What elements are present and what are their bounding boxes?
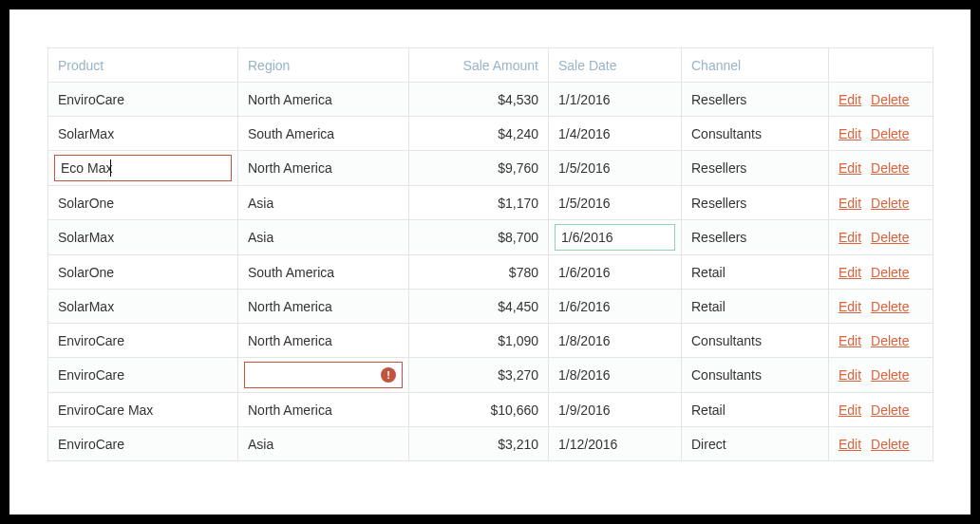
cell-channel[interactable]: Consultants (682, 117, 829, 151)
text-caret (110, 159, 111, 177)
app-frame: Product Region Sale Amount Sale Date Cha… (0, 0, 980, 524)
cell-date-valid[interactable]: 1/6/2016 (549, 220, 682, 255)
cell-channel[interactable]: Resellers (682, 83, 829, 117)
edit-link[interactable]: Edit (839, 299, 861, 314)
cell-product[interactable]: EnviroCare (48, 324, 238, 358)
cell-region-error[interactable]: ! (238, 358, 409, 393)
cell-product[interactable]: EnviroCare (48, 83, 238, 117)
column-header-row: Product Region Sale Amount Sale Date Cha… (48, 48, 933, 83)
cell-actions: Edit Delete (829, 186, 933, 220)
delete-link[interactable]: Delete (871, 126, 909, 141)
cell-product[interactable]: SolarMax (48, 290, 238, 324)
cell-channel[interactable]: Direct (682, 427, 829, 461)
cell-region[interactable]: North America (238, 393, 409, 427)
delete-link[interactable]: Delete (871, 299, 909, 314)
edit-link[interactable]: Edit (839, 92, 861, 107)
cell-region[interactable]: Asia (238, 220, 409, 255)
table-row: SolarMax South America $4,240 1/4/2016 C… (48, 117, 933, 151)
delete-link[interactable]: Delete (871, 402, 909, 418)
cell-channel[interactable]: Resellers (682, 220, 829, 255)
delete-link[interactable]: Delete (871, 437, 909, 452)
cell-region[interactable]: Asia (238, 186, 409, 220)
cell-region[interactable]: North America (238, 83, 409, 117)
cell-amount[interactable]: $1,170 (409, 186, 549, 220)
cell-amount[interactable]: $4,530 (409, 83, 549, 117)
cell-channel[interactable]: Retail (682, 255, 829, 290)
cell-product[interactable]: SolarOne (48, 186, 238, 220)
cell-amount[interactable]: $3,210 (409, 427, 549, 461)
cell-product[interactable]: EnviroCare (48, 427, 238, 461)
column-header-channel[interactable]: Channel (682, 48, 829, 83)
column-header-product[interactable]: Product (48, 48, 238, 83)
cell-amount[interactable]: $1,090 (409, 324, 549, 358)
error-icon: ! (381, 367, 396, 383)
cell-amount[interactable]: $4,240 (409, 117, 549, 151)
cell-region[interactable]: South America (238, 117, 409, 151)
delete-link[interactable]: Delete (871, 333, 909, 348)
cell-channel[interactable]: Consultants (682, 324, 829, 358)
column-header-region[interactable]: Region (238, 48, 409, 83)
region-error-input[interactable]: ! (244, 362, 403, 388)
cell-date[interactable]: 1/8/2016 (549, 358, 682, 393)
cell-region[interactable]: North America (238, 290, 409, 324)
date-value: 1/6/2016 (561, 230, 613, 245)
cell-date[interactable]: 1/12/2016 (549, 427, 682, 461)
cell-actions: Edit Delete (829, 83, 933, 117)
cell-date[interactable]: 1/1/2016 (549, 83, 682, 117)
cell-channel[interactable]: Retail (682, 393, 829, 427)
edit-link[interactable]: Edit (839, 196, 861, 211)
cell-amount[interactable]: $9,760 (409, 151, 549, 186)
cell-amount[interactable]: $780 (409, 255, 549, 290)
table-row: SolarMax North America $4,450 1/6/2016 R… (48, 290, 933, 324)
table-row: EnviroCare Asia $3,210 1/12/2016 Direct … (48, 427, 933, 461)
delete-link[interactable]: Delete (871, 92, 909, 107)
cell-date[interactable]: 1/5/2016 (549, 186, 682, 220)
cell-amount[interactable]: $8,700 (409, 220, 549, 255)
column-header-amount[interactable]: Sale Amount (409, 48, 549, 83)
product-edit-input[interactable]: Eco Max (54, 155, 232, 181)
cell-actions: Edit Delete (829, 255, 933, 290)
cell-product[interactable]: EnviroCare Max (48, 393, 238, 427)
table-row: EnviroCare ! $3,270 1/8/2016 Consultants… (48, 358, 933, 393)
delete-link[interactable]: Delete (871, 265, 909, 280)
delete-link[interactable]: Delete (871, 196, 909, 211)
cell-amount[interactable]: $4,450 (409, 290, 549, 324)
cell-channel[interactable]: Consultants (682, 358, 829, 393)
cell-product-editing[interactable]: Eco Max (48, 151, 238, 186)
cell-product[interactable]: SolarMax (48, 117, 238, 151)
cell-channel[interactable]: Resellers (682, 151, 829, 186)
cell-amount[interactable]: $3,270 (409, 358, 549, 393)
delete-link[interactable]: Delete (871, 230, 909, 245)
edit-link[interactable]: Edit (839, 230, 861, 245)
cell-date[interactable]: 1/4/2016 (549, 117, 682, 151)
edit-link[interactable]: Edit (839, 160, 861, 176)
edit-link[interactable]: Edit (839, 126, 861, 141)
cell-product[interactable]: SolarMax (48, 220, 238, 255)
edit-link[interactable]: Edit (839, 265, 861, 280)
cell-region[interactable]: North America (238, 151, 409, 186)
column-header-actions (829, 48, 933, 83)
cell-region[interactable]: South America (238, 255, 409, 290)
delete-link[interactable]: Delete (871, 160, 909, 176)
cell-actions: Edit Delete (829, 358, 933, 393)
cell-date[interactable]: 1/6/2016 (549, 290, 682, 324)
cell-product[interactable]: EnviroCare (48, 358, 238, 393)
edit-link[interactable]: Edit (839, 333, 861, 348)
date-valid-indicator[interactable]: 1/6/2016 (555, 224, 675, 251)
cell-actions: Edit Delete (829, 290, 933, 324)
cell-amount[interactable]: $10,660 (409, 393, 549, 427)
cell-date[interactable]: 1/8/2016 (549, 324, 682, 358)
cell-product[interactable]: SolarOne (48, 255, 238, 290)
cell-date[interactable]: 1/5/2016 (549, 151, 682, 186)
cell-date[interactable]: 1/9/2016 (549, 393, 682, 427)
cell-channel[interactable]: Retail (682, 290, 829, 324)
edit-link[interactable]: Edit (839, 402, 861, 418)
column-header-date[interactable]: Sale Date (549, 48, 682, 83)
cell-region[interactable]: North America (238, 324, 409, 358)
cell-region[interactable]: Asia (238, 427, 409, 461)
edit-link[interactable]: Edit (839, 437, 861, 452)
cell-channel[interactable]: Resellers (682, 186, 829, 220)
cell-date[interactable]: 1/6/2016 (549, 255, 682, 290)
edit-link[interactable]: Edit (839, 367, 861, 383)
delete-link[interactable]: Delete (871, 367, 909, 383)
